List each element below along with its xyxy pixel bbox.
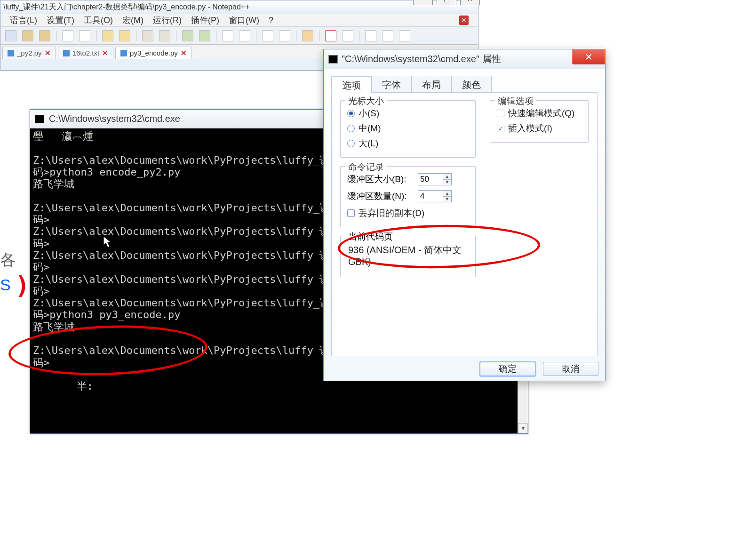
discard-old-row[interactable]: 丢弃旧的副本(D) <box>347 207 469 219</box>
toolbar-separator <box>176 31 176 41</box>
toolbar-icon[interactable] <box>222 30 233 41</box>
tab-font[interactable]: 字体 <box>371 76 412 92</box>
properties-tabstrip: 选项 字体 布局 颜色 <box>331 76 598 93</box>
toolbar-icon[interactable] <box>39 30 50 41</box>
tab-close-icon[interactable]: ✕ <box>181 49 187 57</box>
toolbar-separator <box>319 31 319 41</box>
checkbox-label: 插入模式(I) <box>508 122 552 135</box>
toolbar-separator <box>296 31 296 41</box>
checkbox-label: 丢弃旧的副本(D) <box>359 207 424 219</box>
dialog-close-button[interactable]: ✕ <box>572 49 605 64</box>
toolbar-icon[interactable] <box>22 30 33 41</box>
toolbar-icon[interactable] <box>342 30 353 41</box>
cursor-size-medium-row[interactable]: 中(M) <box>347 122 469 135</box>
radio-icon[interactable] <box>347 140 355 147</box>
file-icon <box>120 50 127 56</box>
maximize-button[interactable]: ▢ <box>437 0 456 5</box>
toolbar-icon[interactable] <box>62 30 73 41</box>
spin-up-icon[interactable]: ▲ <box>443 174 451 180</box>
editor-text-fragment: 各 <box>0 249 16 271</box>
quick-edit-row[interactable]: 快速编辑模式(Q) <box>497 107 582 120</box>
radio-icon[interactable] <box>347 110 355 117</box>
menu-macro[interactable]: 宏(M) <box>122 15 143 26</box>
codepage-value: 936 (ANSI/OEM - 简体中文 GBK) <box>347 241 469 270</box>
group-legend: 当前代码页 <box>345 231 396 243</box>
toolbar-separator <box>359 31 359 41</box>
menu-run[interactable]: 运行(R) <box>153 15 182 26</box>
buffer-size-input[interactable] <box>418 174 443 185</box>
file-icon <box>8 50 14 56</box>
tab-label: py3_encode.py <box>130 49 178 57</box>
notepadpp-toolbar <box>0 27 478 45</box>
checkbox-icon[interactable] <box>497 125 504 132</box>
toolbar-icon[interactable] <box>279 30 290 41</box>
codepage-group: 当前代码页 936 (ANSI/OEM - 简体中文 GBK) <box>340 236 476 277</box>
toolbar-icon[interactable] <box>199 30 210 41</box>
buffer-count-spinner[interactable]: ▲▼ <box>418 190 452 202</box>
radio-label: 大(L) <box>359 137 378 150</box>
spin-up-icon[interactable]: ▲ <box>443 191 451 197</box>
tab-close-icon[interactable]: ✕ <box>102 49 108 57</box>
radio-icon[interactable] <box>347 125 355 132</box>
toolbar-fastfwd-icon[interactable] <box>382 30 393 41</box>
toolbar-icon[interactable] <box>239 30 250 41</box>
toolbar-icon[interactable] <box>102 30 113 41</box>
toolbar-icon[interactable] <box>159 30 170 41</box>
menu-language[interactable]: 语言(L) <box>10 15 37 26</box>
notepadpp-menubar: 语言(L) 设置(T) 工具(O) 宏(M) 运行(R) 插件(P) 窗口(W)… <box>0 14 478 27</box>
minimize-button[interactable]: — <box>413 0 433 5</box>
tab-colors[interactable]: 颜色 <box>451 76 492 92</box>
menu-tools[interactable]: 工具(O) <box>84 15 113 26</box>
toolbar-icon[interactable] <box>302 30 313 41</box>
toolbar-icon[interactable] <box>262 30 273 41</box>
toolbar-icon[interactable] <box>119 30 130 41</box>
radio-label: 小(S) <box>359 107 379 120</box>
editor-tab-active[interactable]: py3_encode.py ✕ <box>115 47 192 59</box>
spin-down-icon[interactable]: ▼ <box>443 197 451 202</box>
close-button[interactable]: ✕ <box>460 0 480 5</box>
cancel-button[interactable]: 取消 <box>543 362 598 376</box>
toolbar-icon[interactable] <box>182 30 193 41</box>
tab-label: _py2.py <box>17 49 42 57</box>
tab-layout[interactable]: 布局 <box>411 76 452 92</box>
cmd-title-text: C:\Windows\system32\cmd.exe <box>49 113 180 124</box>
toolbar-record-icon[interactable] <box>325 30 336 41</box>
buffer-count-input[interactable] <box>418 191 443 202</box>
tab-options[interactable]: 选项 <box>331 76 372 93</box>
toolbar-icon[interactable] <box>142 30 153 41</box>
insert-mode-row[interactable]: 插入模式(I) <box>497 122 582 135</box>
buffer-size-spinner[interactable]: ▲▼ <box>418 173 452 185</box>
toolbar-icon[interactable] <box>399 30 410 41</box>
spin-down-icon[interactable]: ▼ <box>443 180 451 185</box>
menu-help[interactable]: ? <box>269 16 273 25</box>
menu-window[interactable]: 窗口(W) <box>229 15 259 26</box>
tab-close-icon[interactable]: ✕ <box>45 49 51 57</box>
toolbar-icon[interactable] <box>79 30 90 41</box>
cursor-size-large-row[interactable]: 大(L) <box>347 137 469 150</box>
notepadpp-titlebar[interactable]: \luffy_课件\21天入门\chapter2-数据类型\编码\py3_enc… <box>0 0 478 14</box>
checkbox-label: 快速编辑模式(Q) <box>508 107 574 120</box>
menu-settings[interactable]: 设置(T) <box>47 15 74 26</box>
cmd-icon <box>35 115 44 123</box>
notepadpp-title-text: \luffy_课件\21天入门\chapter2-数据类型\编码\py3_enc… <box>3 2 475 12</box>
toolbar-separator <box>216 31 216 41</box>
ok-button[interactable]: 确定 <box>480 362 535 376</box>
tab-label: 16to2.txt <box>72 49 100 57</box>
checkbox-icon[interactable] <box>347 209 355 217</box>
buffer-count-label: 缓冲区数量(N): <box>347 190 413 202</box>
menu-plugins[interactable]: 插件(P) <box>191 15 219 26</box>
checkbox-icon[interactable] <box>497 110 504 117</box>
edit-options-group: 编辑选项 快速编辑模式(Q) 插入模式(I) <box>490 100 589 143</box>
menubar-close-icon[interactable]: ✕ <box>459 16 469 25</box>
cursor-size-small-row[interactable]: 小(S) <box>347 107 469 120</box>
properties-titlebar[interactable]: "C:\Windows\system32\cmd.exe" 属性 <box>324 49 605 69</box>
editor-tab[interactable]: _py2.py ✕ <box>2 47 56 59</box>
editor-tab[interactable]: 16to2.txt ✕ <box>58 47 114 59</box>
group-legend: 命令记录 <box>345 161 387 173</box>
toolbar-icon[interactable] <box>5 30 16 41</box>
scroll-down-button[interactable]: ▾ <box>518 423 528 433</box>
toolbar-separator <box>96 31 96 41</box>
toolbar-separator <box>256 31 256 41</box>
command-history-group: 命令记录 缓冲区大小(B): ▲▼ 缓冲区数量(N): ▲▼ <box>340 166 476 227</box>
toolbar-play-icon[interactable] <box>365 30 376 41</box>
